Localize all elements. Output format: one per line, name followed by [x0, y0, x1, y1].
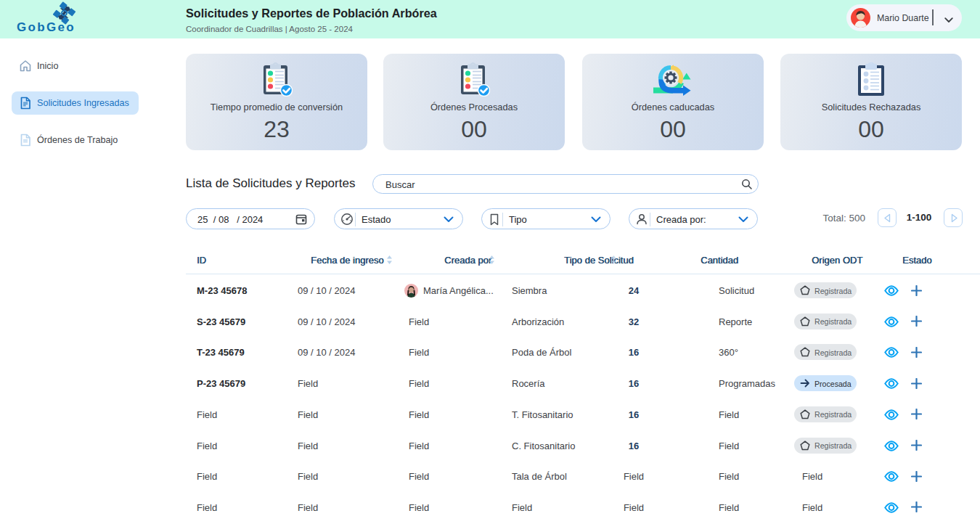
svg-text:GobGeo: GobGeo [17, 20, 75, 34]
